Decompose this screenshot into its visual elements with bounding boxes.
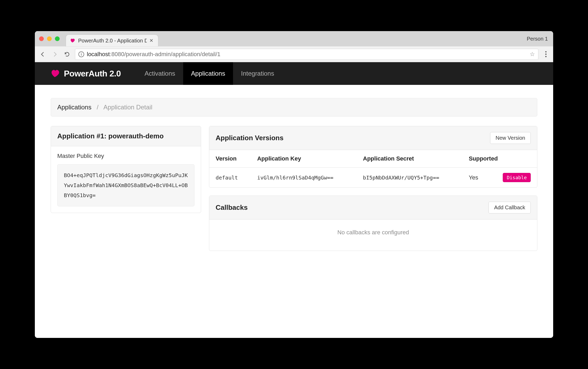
reload-button[interactable] [63, 50, 71, 59]
cell-supported: Yes [462, 168, 489, 188]
site-info-icon[interactable]: i [78, 51, 84, 57]
tab-title: PowerAuth 2.0 - Application D [78, 38, 147, 44]
col-app-key: Application Key [251, 150, 357, 168]
breadcrumb-sep: / [97, 104, 98, 111]
callbacks-empty: No callbacks are configured [209, 220, 537, 251]
left-column: Application #1: powerauth-demo Master Pu… [51, 126, 201, 221]
nav-applications[interactable]: Applications [183, 62, 233, 85]
breadcrumb-root[interactable]: Applications [57, 104, 91, 111]
main-nav: Activations Applications Integrations [137, 62, 282, 85]
url-path: :8080/powerauth-admin/application/detail… [110, 51, 221, 57]
page-body: Applications / Application Detail Applic… [35, 85, 553, 338]
chrome-toolbar: i localhost:8080/powerauth-admin/applica… [35, 46, 553, 62]
chrome-tab-bar: PowerAuth 2.0 - Application D ✕ Person 1 [35, 31, 553, 46]
col-app-secret: Application Secret [357, 150, 462, 168]
disable-button[interactable]: Disable [503, 173, 531, 182]
application-title: Application #1: powerauth-demo [57, 132, 164, 140]
table-row: default ivGlm/hl6rn9lSaD4qMgGw== bI5pNbD… [209, 168, 537, 188]
versions-panel-head: Application Versions New Version [209, 126, 537, 150]
breadcrumb: Applications / Application Detail [51, 98, 537, 116]
browser-profile[interactable]: Person 1 [527, 31, 548, 46]
mpk-value[interactable]: BO4+eqJPQTldjcV9G36dGiagsOHzgKgWz5uPuJKY… [57, 164, 195, 206]
maximize-window-icon[interactable] [55, 36, 60, 41]
browser-tab[interactable]: PowerAuth 2.0 - Application D ✕ [66, 35, 158, 46]
versions-title: Application Versions [216, 134, 283, 142]
columns: Application #1: powerauth-demo Master Pu… [51, 126, 537, 259]
favicon-heart-icon [70, 38, 75, 43]
application-panel-head: Application #1: powerauth-demo [51, 126, 201, 146]
callbacks-panel-head: Callbacks Add Callback [209, 196, 537, 220]
new-version-button[interactable]: New Version [490, 132, 531, 144]
right-column: Application Versions New Version Version… [209, 126, 537, 259]
callbacks-panel: Callbacks Add Callback No callbacks are … [209, 196, 537, 251]
nav-integrations[interactable]: Integrations [233, 62, 282, 85]
application-panel-body: Master Public Key BO4+eqJPQTldjcV9G36dGi… [51, 146, 201, 213]
versions-table: Version Application Key Application Secr… [209, 150, 537, 187]
address-bar[interactable]: i localhost:8080/powerauth-admin/applica… [75, 49, 538, 60]
breadcrumb-leaf: Application Detail [103, 104, 152, 111]
cell-app-secret[interactable]: bI5pNbDdAXWUr/UQY5+Tpg== [357, 168, 462, 188]
app-header: PowerAuth 2.0 Activations Applications I… [35, 62, 553, 85]
browser-menu-icon[interactable] [542, 51, 549, 57]
window-controls [39, 31, 60, 46]
browser-window: PowerAuth 2.0 - Application D ✕ Person 1… [35, 31, 553, 338]
forward-button[interactable] [51, 50, 59, 59]
cell-version: default [209, 168, 251, 188]
brand[interactable]: PowerAuth 2.0 [51, 69, 121, 79]
versions-panel: Application Versions New Version Version… [209, 126, 537, 188]
close-window-icon[interactable] [39, 36, 44, 41]
application-panel: Application #1: powerauth-demo Master Pu… [51, 126, 201, 213]
add-callback-button[interactable]: Add Callback [489, 202, 531, 213]
nav-activations[interactable]: Activations [137, 62, 183, 85]
bookmark-star-icon[interactable]: ☆ [530, 51, 535, 58]
cell-app-key[interactable]: ivGlm/hl6rn9lSaD4qMgGw== [251, 168, 357, 188]
url-host: localhost [87, 51, 110, 57]
url-text: localhost:8080/powerauth-admin/applicati… [87, 51, 220, 58]
back-button[interactable] [39, 50, 47, 59]
brand-text: PowerAuth 2.0 [64, 69, 121, 79]
minimize-window-icon[interactable] [47, 36, 52, 41]
col-version: Version [209, 150, 251, 168]
heart-icon [51, 70, 60, 77]
callbacks-title: Callbacks [216, 203, 248, 212]
mpk-label: Master Public Key [57, 153, 195, 159]
close-tab-icon[interactable]: ✕ [149, 38, 153, 43]
col-supported: Supported [462, 150, 537, 168]
